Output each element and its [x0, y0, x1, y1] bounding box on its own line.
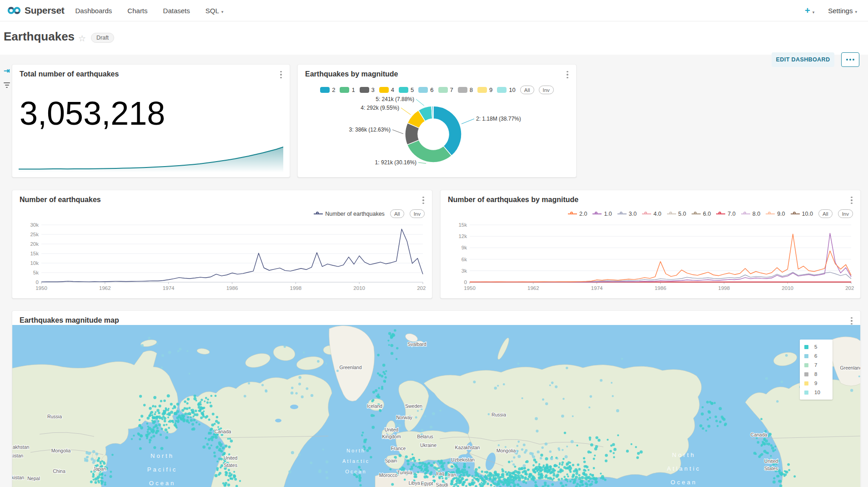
legend-chip [418, 87, 428, 93]
svg-text:12k: 12k [458, 233, 467, 239]
chart-title: Total number of earthquakes [20, 70, 119, 78]
map-label-japan: Japan [93, 466, 106, 472]
new-item-button[interactable]: +▾ [805, 6, 814, 15]
expand-filter-bar-icon[interactable]: ⇥ [4, 66, 10, 75]
chart-menu-icon[interactable] [563, 70, 572, 79]
nav-sql[interactable]: SQL▾ [206, 7, 224, 15]
favorite-star-icon[interactable]: ☆ [78, 33, 86, 44]
map-legend-item-9[interactable]: 9 [804, 380, 828, 386]
svg-text:1998: 1998 [290, 285, 302, 291]
map-label-libya: Libya [408, 480, 420, 486]
donut-chart[interactable]: 2: 1.18M (38.77%)1: 921k (30.16%)3: 386k… [298, 96, 577, 177]
legend-item-9.0[interactable]: 9.0 [766, 211, 785, 217]
legend-item-4[interactable]: 4 [379, 86, 394, 93]
filter-icon[interactable] [4, 82, 10, 88]
svg-text:1962: 1962 [99, 285, 111, 291]
map-label-states: States [764, 466, 778, 471]
map-label-kingdom: Kingdom [382, 434, 401, 439]
legend-item-4.0[interactable]: 4.0 [642, 211, 661, 217]
map-label-france: France [391, 446, 406, 451]
dashboard-header: Earthquakes ☆ Draft EDIT DASHBOARD [0, 21, 868, 55]
legend-item-10.0[interactable]: 10.0 [791, 211, 813, 217]
world-map[interactable]: RussiaMongoliaChinaJapanKazakhstanPakist… [12, 325, 860, 487]
legend-square [804, 354, 808, 358]
legend-square [804, 372, 808, 376]
draft-badge: Draft [91, 33, 114, 43]
line-chart[interactable]: 05k10k15k20k25k30k1950196219741986199820… [20, 220, 426, 294]
map-label-uzbekistan: Uzbekistan [451, 457, 475, 462]
legend-chip [340, 87, 349, 93]
ocean-label: North [346, 448, 366, 453]
chart-menu-icon[interactable] [848, 196, 856, 205]
inv-button[interactable]: Inv [539, 86, 554, 94]
page-title: Earthquakes [4, 30, 75, 44]
series-2.0 [470, 234, 851, 282]
map-label-pakistan: Pakistan [12, 453, 23, 458]
map-legend-item-7[interactable]: 7 [804, 362, 828, 368]
legend-chip [360, 87, 369, 93]
map-legend: 5678910 [800, 340, 833, 400]
legend-item-Number of earthquakes[interactable]: Number of earthquakes [314, 211, 385, 217]
map-legend-item-6[interactable]: 6 [804, 353, 828, 359]
nav-dashboards[interactable]: Dashboards [75, 7, 112, 15]
dashboard-canvas: ⇥ Total number of earthquakes 3,053,218 … [0, 55, 868, 487]
svg-text:10k: 10k [30, 260, 39, 266]
svg-text:6k: 6k [462, 257, 467, 262]
legend-item-7[interactable]: 7 [438, 86, 453, 93]
superset-logo[interactable]: Superset [7, 5, 64, 16]
map-legend-item-10[interactable]: 10 [804, 390, 828, 395]
inv-button[interactable]: Inv [838, 209, 853, 218]
chart-menu-icon[interactable] [277, 70, 285, 79]
chart-title: Earthquakes by magnitude [305, 70, 398, 78]
legend-item-9[interactable]: 9 [477, 86, 492, 93]
legend-item-5[interactable]: 5 [399, 86, 414, 93]
more-options-button[interactable] [841, 52, 859, 67]
chart-menu-icon[interactable] [419, 196, 427, 205]
line-chart[interactable]: 03k6k9k12k15k195019621974198619982010202… [448, 220, 854, 294]
map-legend-item-8[interactable]: 8 [804, 371, 828, 377]
all-button[interactable]: All [520, 86, 534, 94]
nav-datasets[interactable]: Datasets [163, 7, 190, 15]
map-label-mongolia: Mongolia [51, 448, 71, 453]
all-button[interactable]: All [818, 209, 833, 218]
map-label-saudi: Saudi [436, 482, 448, 487]
card-earthquakes-magnitude-map: Earthquakes magnitude map [12, 310, 861, 487]
ocean-label: North [151, 452, 174, 459]
legend-item-10[interactable]: 10 [497, 86, 515, 93]
edit-dashboard-button[interactable]: EDIT DASHBOARD [772, 52, 834, 67]
legend-item-8[interactable]: 8 [458, 86, 473, 93]
map-legend-item-5[interactable]: 5 [804, 344, 828, 350]
chart-menu-icon[interactable] [848, 316, 856, 325]
legend-square [804, 363, 808, 367]
legend-item-1.0[interactable]: 1.0 [592, 211, 612, 217]
settings-menu[interactable]: Settings▾ [828, 7, 857, 15]
legend-item-1[interactable]: 1 [340, 86, 355, 93]
legend-item-8.0[interactable]: 8.0 [741, 211, 760, 217]
chart-title: Number of earthquakes [20, 196, 101, 204]
svg-text:1986: 1986 [655, 285, 667, 291]
legend-item-6[interactable]: 6 [418, 86, 433, 93]
ocean-label: North [672, 451, 696, 458]
svg-text:0: 0 [464, 279, 467, 285]
legend-item-2.0[interactable]: 2.0 [568, 211, 587, 217]
legend-chip [320, 87, 330, 93]
map-label-nepal: Nepal [27, 476, 40, 481]
card-number-of-earthquakes: Number of earthquakes Number of earthqua… [12, 190, 432, 299]
nav-charts[interactable]: Charts [127, 7, 147, 15]
legend-item-3[interactable]: 3 [360, 86, 375, 93]
legend-item-2[interactable]: 2 [320, 86, 335, 93]
map-label-kazakhstan: Kazakhstan [455, 445, 480, 450]
map-label-states: States [224, 462, 237, 468]
chart-title: Number of earthquakes by magnitude [448, 196, 578, 204]
inv-button[interactable]: Inv [410, 209, 425, 218]
legend-item-5.0[interactable]: 5.0 [667, 211, 686, 217]
svg-text:2010: 2010 [782, 285, 793, 291]
map-label-iceland: Iceland [367, 403, 382, 409]
legend-item-7.0[interactable]: 7.0 [716, 211, 735, 217]
legend-square [804, 381, 808, 386]
ocean-label: Atlantic [342, 458, 370, 464]
legend-item-3.0[interactable]: 3.0 [617, 211, 637, 217]
legend-item-6.0[interactable]: 6.0 [692, 211, 711, 217]
infinity-logo-icon [7, 6, 21, 15]
all-button[interactable]: All [390, 209, 404, 218]
